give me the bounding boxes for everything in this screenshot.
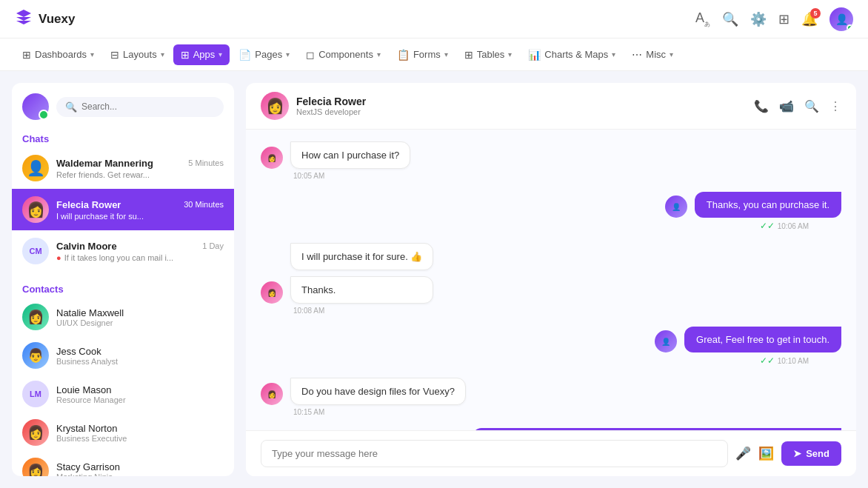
msg-bubble-2: Thanks, you can purchase it. [695,192,841,218]
menu-apps[interactable]: ⊞ Apps ▾ [173,44,230,65]
menu-pages[interactable]: 📄 Pages ▾ [231,44,297,65]
msg-avatar-felecia-1: 👩 [261,147,283,169]
messages-area: 👩 How can I purchase it? 10:05 AM Thanks… [246,130,856,430]
chat-header-user: 👩 Felecia Rower NextJS developer [261,92,366,120]
search-icon: 🔍 [65,101,77,113]
chat-avatar-calvin: CM [22,238,49,264]
contact-krystal[interactable]: 👩 Krystal Norton Business Executive [12,413,234,452]
chat-item-calvin[interactable]: CM Calvin Moore 1 Day ● If it takes long… [12,230,234,272]
msg-group-5: Great, Feel free to get in touch. 👤 ✓✓ 1… [261,327,841,366]
logo-icon [15,8,33,30]
menu-dashboards[interactable]: ⊞ Dashboards ▾ [15,44,101,65]
chat-list: 👤 Waldemar Mannering 5 Minutes Refer fri… [12,147,234,272]
chevron-down-icon: ▾ [161,50,164,59]
send-icon: ➤ [793,448,801,459]
settings-icon[interactable]: ⚙️ [750,11,767,27]
pages-icon: 📄 [238,49,251,61]
menu-forms-label: Forms [413,49,441,60]
search-box[interactable]: 🔍 [56,97,224,117]
menu-tables-label: Tables [477,49,505,60]
msg-time-1: 10:05 AM [293,172,324,180]
menu-components-label: Components [318,49,373,60]
menubar: ⊞ Dashboards ▾ ⊟ Layouts ▾ ⊞ Apps ▾ 📄 Pa… [0,39,868,71]
msg-row-5: Great, Feel free to get in touch. 👤 [655,327,841,352]
notification-badge: 5 [810,8,821,19]
chat-preview-calvin: ● If it takes long you can mail i... [56,253,224,262]
contact-avatar-stacy: 👩 [22,458,49,476]
chat-name-calvin: Calvin Moore [56,241,117,252]
send-button[interactable]: ➤ Send [781,441,841,466]
phone-icon[interactable]: 📞 [754,99,769,113]
contact-jess[interactable]: 👨 Jess Cook Business Analyst [12,336,234,375]
msg-group-6: 👩 Do you have design files for Vuexy? 10… [261,378,841,416]
contact-avatar-louie: LM [22,381,49,407]
contact-louie[interactable]: LM Louie Mason Resource Manager [12,375,234,413]
contact-avatar-natalie: 👩 [22,304,49,330]
chat-header: 👩 Felecia Rower NextJS developer 📞 📹 🔍 ⋮ [246,83,856,130]
double-check-icon: ✓✓ [760,221,775,231]
video-icon[interactable]: 📹 [779,99,794,113]
main-content: 🔍 Chats 👤 Waldemar Mannering 5 Minutes [0,71,868,488]
chat-name-waldemar: Waldemar Mannering [56,158,153,169]
menu-forms[interactable]: 📋 Forms ▾ [390,44,455,65]
bell-icon[interactable]: 🔔 5 [801,11,818,27]
contact-name-stacy: Stacy Garrison [56,461,120,472]
chat-time-calvin: 1 Day [202,241,224,250]
menu-misc[interactable]: ⋯ Misc ▾ [624,44,681,65]
menu-misc-label: Misc [646,49,666,60]
chat-header-name: Felecia Rower [296,96,366,107]
menu-layouts[interactable]: ⊟ Layouts ▾ [103,44,172,65]
contact-natalie[interactable]: 👩 Natalie Maxwell UI/UX Designer [12,298,234,336]
msg-row-1: 👩 How can I purchase it? [261,141,410,169]
chats-label: Chats [12,127,234,147]
chevron-down-icon: ▾ [90,50,94,59]
menu-components[interactable]: ◻ Components ▾ [298,44,388,65]
msg-group-2: Thanks, you can purchase it. 👤 ✓✓ 10:06 … [261,192,841,231]
microphone-icon[interactable]: 🎤 [735,446,751,461]
chat-time-felecia: 30 Minutes [184,200,224,209]
message-input[interactable] [261,440,728,467]
contacts-section: Contacts 👩 Natalie Maxwell UI/UX Designe… [12,272,234,476]
chat-input-area: 🎤 🖼️ ➤ Send [246,430,856,476]
chevron-down-icon: ▾ [444,50,448,59]
user-avatar[interactable]: 👤 [829,7,853,31]
contacts-label: Contacts [12,278,234,298]
contact-name-louie: Louie Mason [56,384,126,395]
charts-icon: 📊 [528,49,541,61]
grid-icon[interactable]: ⊞ [778,11,789,27]
topbar-actions: Aあ 🔍 ⚙️ ⊞ 🔔 5 👤 [695,7,853,31]
chat-item-waldemar[interactable]: 👤 Waldemar Mannering 5 Minutes Refer fri… [12,147,234,189]
double-check-icon-2: ✓✓ [760,355,775,366]
translate-icon[interactable]: Aあ [695,10,710,28]
logo-area: Vuexy [15,8,75,30]
msg-row-2: Thanks, you can purchase it. 👤 [665,192,841,218]
chat-header-status: NextJS developer [296,107,366,116]
dashboards-icon: ⊞ [22,49,31,61]
contact-stacy[interactable]: 👩 Stacy Garrison Marketing Ninja [12,452,234,476]
chevron-down-icon: ▾ [508,50,512,59]
layouts-icon: ⊟ [110,49,119,61]
topbar: Vuexy Aあ 🔍 ⚙️ ⊞ 🔔 5 👤 [0,0,868,39]
logo-text: Vuexy [39,12,75,27]
msg-time-5: ✓✓ 10:10 AM [760,355,809,366]
image-icon[interactable]: 🖼️ [758,446,774,461]
chat-item-felecia[interactable]: 👩 Felecia Rower 30 Minutes I will purcha… [12,189,234,230]
msg-time-6: 10:15 AM [293,408,324,416]
search-icon[interactable]: 🔍 [722,11,738,27]
more-options-icon[interactable]: ⋮ [829,99,841,113]
contact-role-krystal: Business Executive [56,434,127,443]
chat-name-felecia: Felecia Rower [56,199,121,210]
menu-charts-maps[interactable]: 📊 Charts & Maps ▾ [521,44,623,65]
search-input[interactable] [81,101,215,112]
msg-row-6: 👩 Do you have design files for Vuexy? [261,378,466,405]
search-header-icon[interactable]: 🔍 [804,99,819,113]
msg-text-6: Do you have design files for Vuexy? [301,386,455,397]
contact-role-jess: Business Analyst [56,357,118,366]
contact-role-stacy: Marketing Ninja [56,472,120,477]
misc-icon: ⋯ [632,49,642,61]
chat-preview-felecia: I will purchase it for su... [56,212,224,221]
forms-icon: 📋 [397,49,410,61]
msg-bubble-4: Thanks. [290,276,433,304]
menu-tables[interactable]: ⊞ Tables ▾ [457,44,520,65]
contact-avatar-jess: 👨 [22,342,49,369]
